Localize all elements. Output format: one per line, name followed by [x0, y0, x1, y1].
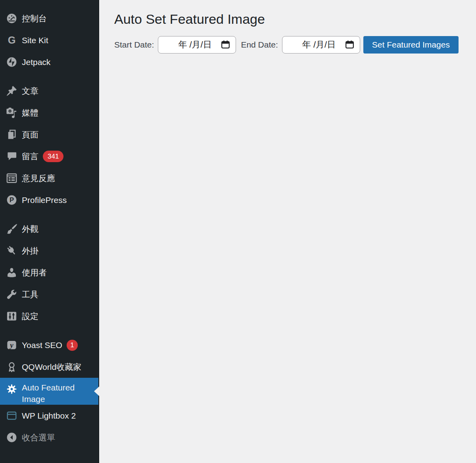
sidebar-item-tools[interactable]: 工具	[0, 283, 98, 305]
sidebar-item-label: QQWorld收藏家	[22, 362, 81, 372]
wordpress-admin: 控制台GSite KitJetpack文章媒體頁面留言341意見反應PProfi…	[0, 0, 476, 463]
profilepress-icon: P	[6, 194, 17, 206]
pages-icon	[6, 129, 17, 141]
sidebar-item-media[interactable]: 媒體	[0, 102, 98, 124]
page-title: Auto Set Featured Image	[114, 11, 468, 28]
sidebar-menu-group: yYoast SEO1QQWorld收藏家Auto Featured Image…	[0, 334, 98, 448]
plugins-icon	[6, 245, 17, 257]
date-range-form: Start Date: 年 /月/日 End Date: 年 /月/日	[114, 36, 468, 54]
award-icon	[6, 361, 17, 373]
end-date-placeholder: 年 /月/日	[302, 39, 336, 51]
end-date-label: End Date:	[241, 40, 278, 50]
sidebar-item-label: ProfilePress	[22, 195, 67, 205]
start-date-label: Start Date:	[114, 40, 154, 50]
sidebar-menu-group: 控制台GSite KitJetpack	[0, 8, 98, 73]
google-icon: G	[6, 34, 17, 46]
tools-icon	[6, 289, 17, 300]
sidebar-item-label: 媒體	[22, 107, 38, 118]
sidebar-item-dashboard[interactable]: 控制台	[0, 8, 98, 29]
sidebar-item-feedback[interactable]: 意見反應	[0, 167, 98, 189]
main-content: Auto Set Featured Image Start Date: 年 /月…	[99, 0, 476, 463]
appearance-icon	[6, 223, 17, 235]
sidebar-item-qqworld-collector[interactable]: QQWorld收藏家	[0, 356, 98, 378]
comments-count-badge: 341	[43, 151, 63, 162]
sidebar-item-label: 收合選單	[22, 432, 55, 443]
sidebar-item-site-kit[interactable]: GSite Kit	[0, 29, 98, 51]
sidebar-item-label: 外觀	[22, 224, 38, 234]
svg-text:P: P	[9, 196, 13, 204]
sidebar-item-comments[interactable]: 留言341	[0, 145, 98, 167]
feedback-icon	[6, 172, 17, 184]
sidebar-item-collapse-menu[interactable]: 收合選單	[0, 427, 98, 448]
sidebar-item-label: 留言	[22, 151, 38, 162]
lightbox-icon	[6, 410, 17, 422]
collapse-icon	[6, 432, 17, 444]
start-date-placeholder: 年 /月/日	[178, 39, 211, 51]
set-featured-images-button[interactable]: Set Featured Images	[363, 36, 459, 54]
sidebar-item-label: Jetpack	[22, 57, 50, 67]
sidebar-item-label: 意見反應	[22, 173, 55, 184]
sidebar-item-label: 外掛	[22, 245, 38, 256]
sidebar-item-label: Yoast SEO	[22, 340, 62, 350]
sidebar-item-pages[interactable]: 頁面	[0, 124, 98, 145]
sidebar-item-label: 設定	[22, 311, 38, 321]
sidebar-item-users[interactable]: 使用者	[0, 262, 98, 283]
sidebar-item-appearance[interactable]: 外觀	[0, 218, 98, 240]
svg-text:G: G	[8, 34, 15, 46]
sidebar-item-label: 使用者	[22, 267, 47, 278]
sidebar-menu-group: 文章媒體頁面留言341意見反應PProfilePress	[0, 80, 98, 211]
sidebar-item-jetpack[interactable]: Jetpack	[0, 51, 98, 73]
sidebar-item-label: 頁面	[22, 129, 38, 140]
calendar-icon[interactable]	[345, 40, 354, 49]
end-date-input[interactable]: 年 /月/日	[282, 36, 360, 54]
yoast-seo-count-badge: 1	[67, 340, 78, 351]
sidebar-item-label: Auto Featured Image	[22, 382, 81, 405]
sidebar-item-label: Site Kit	[22, 35, 48, 46]
sidebar-item-wp-lightbox-2[interactable]: WP Lightbox 2	[0, 405, 98, 427]
sidebar-item-profilepress[interactable]: PProfilePress	[0, 189, 98, 211]
sidebar-item-auto-featured-image[interactable]: Auto Featured Image	[0, 378, 98, 405]
yoast-icon: y	[6, 339, 17, 351]
jetpack-icon	[6, 56, 17, 68]
sidebar-item-posts[interactable]: 文章	[0, 80, 98, 102]
sidebar-item-label: 文章	[22, 86, 38, 96]
pushpin-icon	[6, 85, 17, 97]
sidebar-item-settings[interactable]: 設定	[0, 305, 98, 327]
comments-icon	[6, 151, 17, 163]
settings-icon	[6, 310, 17, 322]
sidebar-item-label: 控制台	[22, 13, 47, 24]
admin-sidebar: 控制台GSite KitJetpack文章媒體頁面留言341意見反應PProfi…	[0, 0, 99, 463]
sidebar-menu-group: 外觀外掛使用者工具設定	[0, 218, 98, 327]
sidebar-item-yoast-seo[interactable]: yYoast SEO1	[0, 334, 98, 356]
media-icon	[6, 107, 17, 119]
svg-text:y: y	[9, 341, 13, 349]
calendar-icon[interactable]	[221, 40, 230, 49]
gear-icon	[6, 383, 17, 395]
dashboard-icon	[6, 13, 17, 25]
users-icon	[6, 267, 17, 279]
sidebar-item-plugins[interactable]: 外掛	[0, 240, 98, 262]
sidebar-item-label: 工具	[22, 289, 38, 300]
start-date-input[interactable]: 年 /月/日	[158, 36, 236, 54]
sidebar-item-label: WP Lightbox 2	[22, 410, 76, 421]
